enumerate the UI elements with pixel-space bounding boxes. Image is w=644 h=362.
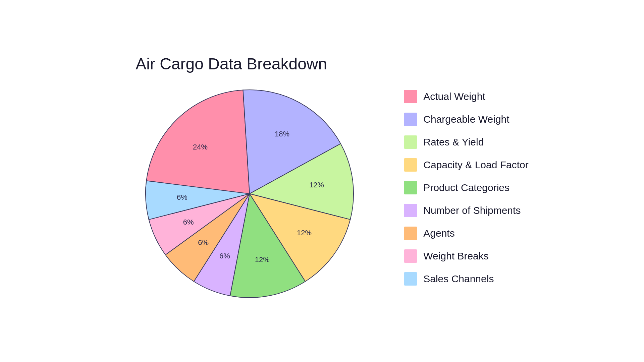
- legend-label-text: Chargeable Weight: [423, 114, 509, 125]
- legend-label-text: Number of Shipments: [423, 205, 521, 216]
- pie-label: 6%: [198, 238, 209, 246]
- legend-color-box: [404, 90, 417, 103]
- legend-color-box: [404, 135, 417, 149]
- legend-item: Agents: [404, 227, 529, 240]
- legend-color-box: [404, 204, 417, 217]
- pie-label: 6%: [177, 193, 187, 201]
- pie-label: 12%: [297, 229, 312, 237]
- legend-item: Chargeable Weight: [404, 113, 529, 126]
- legend-item: Capacity & Load Factor: [404, 158, 529, 172]
- legend-label-text: Capacity & Load Factor: [423, 159, 529, 171]
- pie-chart-svg: 24%18%12%12%12%6%6%6%6%: [136, 80, 364, 308]
- pie-label: 18%: [275, 130, 289, 138]
- legend-item: Number of Shipments: [404, 204, 529, 217]
- legend-item: Product Categories: [404, 181, 529, 194]
- legend-label-text: Actual Weight: [423, 91, 485, 102]
- legend-item: Sales Channels: [404, 272, 529, 286]
- legend-color-box: [404, 181, 417, 194]
- pie-label: 6%: [219, 252, 230, 260]
- chart-legend: Actual WeightChargeable WeightRates & Yi…: [404, 90, 529, 286]
- legend-item: Rates & Yield: [404, 135, 529, 149]
- legend-color-box: [404, 249, 417, 263]
- pie-segment: [146, 90, 250, 193]
- legend-label-text: Sales Channels: [423, 273, 494, 285]
- legend-item: Actual Weight: [404, 90, 529, 103]
- legend-label-text: Product Categories: [423, 182, 509, 193]
- legend-color-box: [404, 272, 417, 286]
- legend-label-text: Weight Breaks: [423, 250, 489, 262]
- pie-label: 24%: [193, 142, 208, 151]
- legend-color-box: [404, 113, 417, 126]
- pie-wrapper: 24%18%12%12%12%6%6%6%6%: [136, 80, 364, 308]
- chart-container: Air Cargo Data Breakdown 24%18%12%12%12%…: [0, 0, 644, 362]
- pie-label: 12%: [309, 180, 324, 189]
- legend-item: Weight Breaks: [404, 249, 529, 263]
- legend-color-box: [404, 158, 417, 172]
- pie-label: 12%: [255, 255, 270, 263]
- legend-label-text: Agents: [423, 228, 454, 239]
- pie-label: 6%: [183, 218, 194, 226]
- legend-color-box: [404, 227, 417, 240]
- chart-title: Air Cargo Data Breakdown: [136, 55, 327, 73]
- chart-area: Air Cargo Data Breakdown 24%18%12%12%12%…: [115, 55, 364, 308]
- legend-label-text: Rates & Yield: [423, 136, 484, 148]
